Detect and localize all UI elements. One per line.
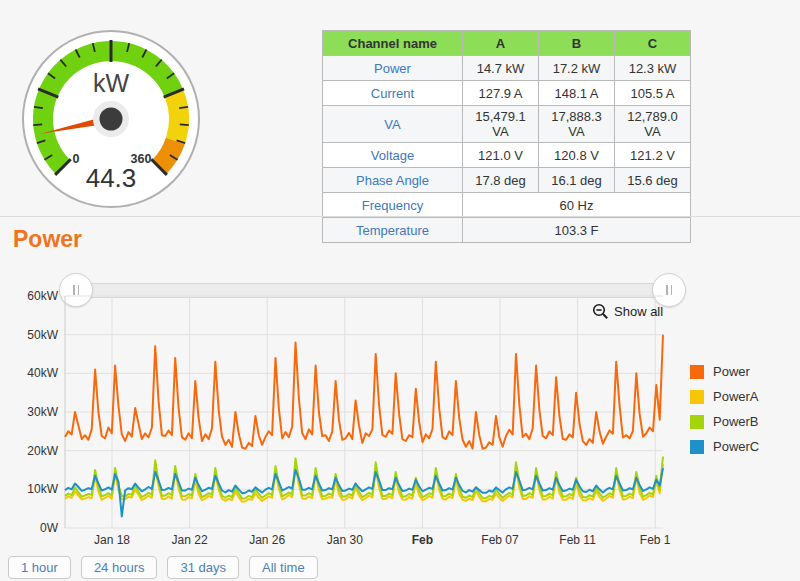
channel-link-phase-angle[interactable]: Phase Angle bbox=[323, 168, 463, 193]
y-axis-label: 0W bbox=[0, 521, 58, 535]
y-axis-label: 20kW bbox=[0, 444, 58, 458]
table-row-frequency: Frequency60 Hz bbox=[323, 193, 691, 218]
legend-item-power[interactable]: Power bbox=[690, 364, 759, 379]
channel-link-va[interactable]: VA bbox=[323, 106, 463, 143]
channel-table-header: Channel nameABC bbox=[323, 31, 691, 56]
chart-legend: PowerPowerAPowerBPowerC bbox=[690, 364, 759, 464]
legend-swatch bbox=[690, 390, 704, 404]
gauge-min-label: 0 bbox=[73, 152, 80, 166]
cell-value: 121.2 V bbox=[615, 143, 691, 168]
cell-value: 121.0 V bbox=[463, 143, 539, 168]
cell-value: 120.8 V bbox=[539, 143, 615, 168]
show-all-button[interactable]: Show all bbox=[592, 303, 663, 320]
cell-value: 60 Hz bbox=[463, 193, 691, 218]
channel-table: Channel nameABC Power14.7 kW17.2 kW12.3 … bbox=[322, 30, 691, 243]
legend-swatch bbox=[690, 440, 704, 454]
table-row-current: Current127.9 A148.1 A105.5 A bbox=[323, 81, 691, 106]
y-axis-label: 60kW bbox=[0, 289, 58, 303]
power-dashboard: kW 0 360 44.3 Channel nameABC Power14.7 … bbox=[0, 0, 800, 581]
column-header-b: B bbox=[539, 31, 615, 56]
channel-link-voltage[interactable]: Voltage bbox=[323, 143, 463, 168]
column-header-channel-name: Channel name bbox=[323, 31, 463, 56]
x-axis-label: Jan 22 bbox=[172, 533, 208, 547]
channel-link-current[interactable]: Current bbox=[323, 81, 463, 106]
cell-value: 17.8 deg bbox=[463, 168, 539, 193]
gauge-unit-label: kW bbox=[93, 69, 130, 97]
x-axis-label: Feb 11 bbox=[559, 533, 595, 547]
legend-swatch bbox=[690, 365, 704, 379]
section-divider bbox=[0, 216, 800, 217]
gauge-tick bbox=[33, 124, 42, 125]
x-axis-label: Feb 1 bbox=[640, 533, 671, 547]
column-header-c: C bbox=[615, 31, 691, 56]
channel-link-power[interactable]: Power bbox=[323, 56, 463, 81]
x-axis-label: Feb bbox=[412, 533, 433, 547]
time-range-button-24-hours[interactable]: 24 hours bbox=[81, 556, 158, 579]
table-row-va: VA15,479.1 VA17,888.3 VA12,789.0 VA bbox=[323, 106, 691, 143]
gauge-hub bbox=[100, 108, 123, 131]
cell-value: 103.3 F bbox=[463, 218, 691, 243]
table-row-power: Power14.7 kW17.2 kW12.3 kW bbox=[323, 56, 691, 81]
column-header-a: A bbox=[463, 31, 539, 56]
cell-value: 15.6 deg bbox=[615, 168, 691, 193]
cell-value: 148.1 A bbox=[539, 81, 615, 106]
cell-value: 12,789.0 VA bbox=[615, 106, 691, 143]
time-range-button-31-days[interactable]: 31 days bbox=[167, 556, 239, 579]
legend-swatch bbox=[690, 415, 704, 429]
y-axis-label: 50kW bbox=[0, 328, 58, 342]
x-axis-label: Jan 30 bbox=[327, 533, 363, 547]
channel-link-frequency[interactable]: Frequency bbox=[323, 193, 463, 218]
cell-value: 12.3 kW bbox=[615, 56, 691, 81]
legend-label: PowerB bbox=[713, 414, 759, 429]
legend-item-powera[interactable]: PowerA bbox=[690, 389, 759, 404]
channel-link-temperature[interactable]: Temperature bbox=[323, 218, 463, 243]
cell-value: 17.2 kW bbox=[539, 56, 615, 81]
y-axis-label: 30kW bbox=[0, 405, 58, 419]
time-range-buttons: 1 hour24 hours31 daysAll time bbox=[8, 556, 318, 579]
cell-value: 14.7 kW bbox=[463, 56, 539, 81]
legend-label: PowerA bbox=[713, 389, 759, 404]
table-row-phase-angle: Phase Angle17.8 deg16.1 deg15.6 deg bbox=[323, 168, 691, 193]
cell-value: 15,479.1 VA bbox=[463, 106, 539, 143]
cell-value: 127.9 A bbox=[463, 81, 539, 106]
table-row-voltage: Voltage121.0 V120.8 V121.2 V bbox=[323, 143, 691, 168]
series-line-power bbox=[65, 335, 663, 449]
y-axis-label: 10kW bbox=[0, 482, 58, 496]
kw-gauge: kW 0 360 44.3 bbox=[20, 28, 204, 212]
power-chart-plot[interactable] bbox=[65, 296, 663, 528]
cell-value: 17,888.3 VA bbox=[539, 106, 615, 143]
legend-label: Power bbox=[713, 364, 750, 379]
gauge-value: 44.3 bbox=[86, 163, 137, 193]
time-range-button-1-hour[interactable]: 1 hour bbox=[8, 556, 71, 579]
legend-item-powerc[interactable]: PowerC bbox=[690, 439, 759, 454]
table-row-temperature: Temperature103.3 F bbox=[323, 218, 691, 243]
cell-value: 16.1 deg bbox=[539, 168, 615, 193]
x-axis-label: Jan 18 bbox=[94, 533, 130, 547]
y-axis-label: 40kW bbox=[0, 366, 58, 380]
cell-value: 105.5 A bbox=[615, 81, 691, 106]
time-range-button-all-time[interactable]: All time bbox=[249, 556, 318, 579]
chart-section-title: Power bbox=[13, 226, 82, 253]
zoom-out-icon bbox=[592, 303, 609, 320]
show-all-label: Show all bbox=[614, 304, 663, 319]
x-axis-label: Jan 26 bbox=[249, 533, 285, 547]
legend-label: PowerC bbox=[713, 439, 759, 454]
x-axis-label: Feb 07 bbox=[481, 533, 518, 547]
legend-item-powerb[interactable]: PowerB bbox=[690, 414, 759, 429]
gauge-tick bbox=[180, 124, 189, 125]
